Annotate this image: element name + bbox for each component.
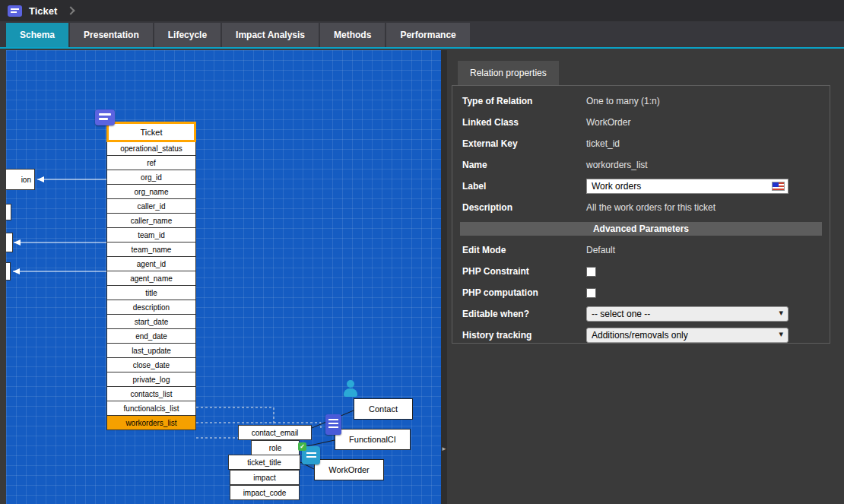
tab-performance[interactable]: Performance xyxy=(386,23,469,47)
ticket-class-icon xyxy=(95,109,115,125)
editable-when-select[interactable]: -- select one -- xyxy=(586,306,788,322)
field-box[interactable]: private_log xyxy=(106,372,196,387)
property-value: Default xyxy=(586,245,615,255)
property-label: Name xyxy=(462,160,586,170)
collapse-arrow-icon: ► xyxy=(441,445,447,453)
properties-pane: Relation properties Type of Relation One… xyxy=(447,50,844,504)
ticket-class-icon xyxy=(8,5,22,17)
field-box[interactable]: agent_id xyxy=(106,256,196,271)
property-label: Description xyxy=(462,202,586,213)
property-row-name: Name workorders_list xyxy=(452,154,830,176)
breadcrumb-chevron-icon xyxy=(67,6,75,14)
property-row-php-constraint: PHP Constraint xyxy=(452,261,830,282)
class-box-workorder[interactable]: WorkOrder xyxy=(314,459,384,480)
php-computation-checkbox[interactable] xyxy=(586,288,596,298)
property-value: One to many (1:n) xyxy=(586,96,660,106)
stub-class[interactable] xyxy=(6,233,13,252)
property-row-edit-mode: Edit Mode Default xyxy=(452,239,830,261)
property-value: ticket_id xyxy=(586,138,620,149)
history-tracking-select[interactable]: Additions/removals only xyxy=(586,328,788,343)
ticket-field-list: operational_status ref org_id org_name c… xyxy=(106,141,196,430)
property-label: External Key xyxy=(462,138,586,149)
field-box[interactable]: end_date xyxy=(106,328,196,344)
field-box[interactable]: ref xyxy=(106,155,196,170)
property-label: PHP Constraint xyxy=(462,266,586,277)
property-label: Linked Class xyxy=(462,117,586,128)
panel-splitter[interactable]: ► xyxy=(441,50,447,504)
tab-accent-line xyxy=(0,47,844,49)
field-box[interactable]: start_date xyxy=(106,314,196,329)
page-title: Ticket xyxy=(29,5,57,17)
property-row-php-computation: PHP computation xyxy=(452,282,830,303)
class-box-functionalci[interactable]: FunctionalCI xyxy=(335,429,411,450)
property-label: Edit Mode xyxy=(462,245,586,255)
field-box[interactable]: title xyxy=(106,285,196,300)
property-value: workorders_list xyxy=(586,160,648,170)
language-flag-icon xyxy=(772,182,785,191)
label-input[interactable] xyxy=(586,179,788,194)
check-icon: ✓ xyxy=(298,442,306,451)
property-label: PHP computation xyxy=(462,287,586,298)
field-box[interactable]: team_name xyxy=(106,242,196,257)
stub-class[interactable] xyxy=(6,262,11,281)
field-box-role[interactable]: role xyxy=(251,440,300,455)
schema-canvas[interactable]: ion Ticket operational_status ref org_id… xyxy=(6,50,441,504)
field-box[interactable]: agent_name xyxy=(106,271,196,286)
contact-person-icon xyxy=(341,380,360,398)
stub-class-organization[interactable]: ion xyxy=(6,169,35,190)
relation-properties-tab: Relation properties xyxy=(458,61,559,85)
property-row-external-key: External Key ticket_id xyxy=(452,133,830,154)
property-label: Label xyxy=(462,181,586,192)
tab-schema[interactable]: Schema xyxy=(6,23,68,47)
field-box[interactable]: operational_status xyxy=(106,141,196,156)
title-bar: Ticket xyxy=(0,0,844,21)
php-constraint-checkbox[interactable] xyxy=(586,267,596,277)
field-box[interactable]: org_name xyxy=(106,184,196,199)
property-row-label: Label xyxy=(452,176,830,197)
property-row-type-of-relation: Type of Relation One to many (1:n) xyxy=(452,90,830,112)
field-box-workorders-list[interactable]: workorders_list xyxy=(106,415,196,430)
field-box-ticket-title[interactable]: ticket_title xyxy=(228,455,300,470)
property-row-history-tracking: History tracking Additions/removals only… xyxy=(452,325,830,346)
advanced-parameters-header[interactable]: Advanced Parameters xyxy=(460,222,822,236)
class-box-ticket[interactable]: Ticket xyxy=(106,122,196,142)
workorder-checklist-icon: ✓ xyxy=(302,446,320,464)
field-box[interactable]: close_date xyxy=(106,357,196,372)
tab-bar: Schema Presentation Lifecycle Impact Ana… xyxy=(0,21,844,47)
property-label: Editable when? xyxy=(462,309,586,319)
field-box[interactable]: caller_id xyxy=(106,198,196,214)
relation-properties-panel: Type of Relation One to many (1:n) Linke… xyxy=(452,85,830,344)
field-box[interactable]: team_id xyxy=(106,227,196,242)
field-box[interactable]: contacts_list xyxy=(106,386,196,401)
property-label: History tracking xyxy=(462,330,586,341)
field-box[interactable]: last_update xyxy=(106,343,196,358)
tab-methods[interactable]: Methods xyxy=(320,23,385,47)
property-row-editable-when: Editable when? -- select one -- ▾ xyxy=(452,303,830,325)
field-box[interactable]: caller_name xyxy=(106,213,196,228)
field-box-contact-email[interactable]: contact_email xyxy=(238,425,312,440)
property-value: All the work orders for this ticket xyxy=(586,202,715,213)
tab-lifecycle[interactable]: Lifecycle xyxy=(154,23,221,47)
tab-presentation[interactable]: Presentation xyxy=(70,23,153,47)
property-row-linked-class: Linked Class WorkOrder xyxy=(452,112,830,133)
stub-class[interactable] xyxy=(6,204,11,220)
field-box[interactable]: functionalcis_list xyxy=(106,401,196,416)
field-box-impact[interactable]: impact xyxy=(230,470,300,485)
property-row-description: Description All the work orders for this… xyxy=(452,197,830,218)
class-box-contact[interactable]: Contact xyxy=(354,398,413,420)
field-box-impact-code[interactable]: impact_code xyxy=(230,485,300,500)
functionalci-icon xyxy=(325,414,341,435)
property-label: Type of Relation xyxy=(462,96,586,106)
field-box[interactable]: org_id xyxy=(106,170,196,185)
property-value: WorkOrder xyxy=(586,117,630,128)
tab-impact-analysis[interactable]: Impact Analysis xyxy=(222,23,319,47)
field-box[interactable]: description xyxy=(106,300,196,315)
